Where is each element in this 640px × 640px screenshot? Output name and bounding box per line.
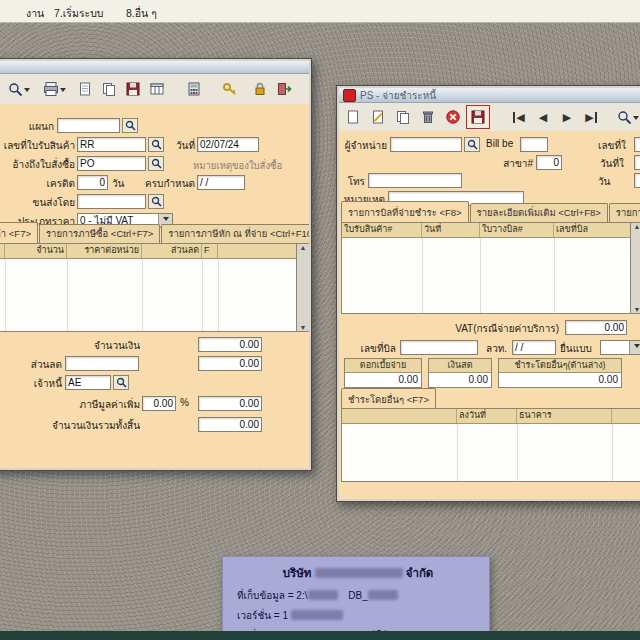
grand-total-label: จำนวนเงินรวมทั้งสิ้น <box>0 418 140 433</box>
efile-select[interactable] <box>600 340 640 355</box>
col-f: F <box>202 244 218 258</box>
exit-button[interactable] <box>272 77 296 101</box>
date-input[interactable]: 02/07/24 <box>197 137 259 152</box>
scroll-up-icon[interactable]: ▲ <box>300 244 307 251</box>
creditor-lookup-button[interactable] <box>113 375 129 390</box>
menu-item-other[interactable]: 8.อื่น ๆ <box>126 5 157 22</box>
bill-no-input[interactable] <box>400 340 478 355</box>
transport-input[interactable] <box>77 194 146 209</box>
nav-first-button[interactable]: ◀ <box>507 105 531 129</box>
branch-input[interactable]: 0 <box>536 155 562 170</box>
tab-other-payments[interactable]: ชำระโดยอื่นๆ <F7> <box>341 388 436 409</box>
scroll-down-icon[interactable]: ▼ <box>634 306 640 313</box>
dept-input[interactable] <box>57 118 120 133</box>
vendor-input[interactable] <box>390 137 462 152</box>
vat-rate-input[interactable]: 0.00 <box>142 396 176 411</box>
other-payments-grid[interactable]: ลงวันที่ ธนาคาร <box>341 408 640 482</box>
discount-value: 0.00 <box>198 356 262 371</box>
company-line: บริษัท จำกัด <box>237 564 479 582</box>
creditor-input[interactable]: AE <box>65 375 111 390</box>
copy-icon <box>101 81 117 97</box>
search-icon <box>125 120 136 131</box>
other-payments-grid-body[interactable] <box>342 424 640 481</box>
scroll-down-icon[interactable]: ▼ <box>300 324 307 331</box>
pay-debt-window: PS - จ่ายชำระหนี้ <box>336 85 640 502</box>
save-button[interactable] <box>466 105 490 129</box>
other-pay-tabs: ชำระโดยอื่นๆ <F7> <box>341 393 437 409</box>
delete-button[interactable] <box>416 105 440 129</box>
save-button[interactable] <box>121 77 145 101</box>
items-grid-body[interactable] <box>0 259 309 331</box>
version-label: เวอร์ชั่น = 1 <box>237 610 288 621</box>
cash-label: เงินสด <box>429 359 491 373</box>
chevron-down-icon[interactable] <box>629 341 640 354</box>
tab-more-details[interactable]: รายละเอียดเพิ่มเติม <Ctrl+F8> <box>470 203 608 222</box>
cancel-button[interactable] <box>441 105 465 129</box>
bills-grid-body[interactable] <box>342 238 640 313</box>
columns-button[interactable] <box>145 77 169 101</box>
duplicate-button[interactable] <box>391 105 415 129</box>
menu-item-report[interactable]: งาน <box>26 5 44 22</box>
transport-lookup-button[interactable] <box>148 194 164 209</box>
key-button[interactable] <box>218 77 242 101</box>
po-ref-lookup-button[interactable] <box>148 156 164 171</box>
branch-label: สาขา# <box>469 156 533 171</box>
po-note-label: หมายเหตุของใบสั่งซื้อ <box>193 158 282 173</box>
new-button[interactable] <box>341 105 365 129</box>
search-button[interactable] <box>612 105 640 129</box>
lock-button[interactable] <box>248 77 272 101</box>
copy-button[interactable] <box>97 77 121 101</box>
new-document-icon <box>345 109 361 125</box>
document-icon <box>77 81 93 97</box>
dept-lookup-button[interactable] <box>122 118 138 133</box>
bills-grid[interactable]: ใบรับสินค้า# วันที่ ใบวางบิล# เลขที่บิล … <box>341 222 640 314</box>
search-icon <box>151 196 162 207</box>
search-icon <box>617 110 632 125</box>
items-grid-scrollbar[interactable]: ▲▼ <box>296 244 309 331</box>
nav-prev-icon: ◀ <box>539 112 547 123</box>
preview-button[interactable] <box>3 77 35 101</box>
credit-unit-label: วัน <box>112 176 124 191</box>
credit-input[interactable]: 0 <box>77 175 108 190</box>
goods-receipt-titlebar[interactable] <box>0 61 309 74</box>
other-payment-value[interactable]: 0.00 <box>499 373 621 387</box>
calculator-button[interactable] <box>182 77 206 101</box>
scroll-up-icon[interactable]: ▲ <box>634 223 640 230</box>
bill-date-input[interactable]: / / <box>512 340 556 355</box>
tab-withholding-tax[interactable]: รายการภาษีหัก ณ ที่จ่าย <Ctrl+F10> <box>161 224 309 243</box>
discount-input[interactable] <box>65 356 139 371</box>
due-date-right-input[interactable] <box>634 173 640 188</box>
doc-no-input[interactable] <box>634 137 640 152</box>
nav-last-icon: ▶ <box>585 112 596 123</box>
tab-purchase-vat[interactable]: รายการภาษีซื้อ <Ctrl+F7> <box>609 203 640 222</box>
interest-box: ดอกเบี้ยจ่าย 0.00 <box>344 358 422 388</box>
vendor-label: ผู้จำหน่าย <box>339 138 387 153</box>
bills-grid-scrollbar[interactable]: ▲▼ <box>630 223 640 313</box>
amount-value: 0.00 <box>198 337 262 352</box>
edit-button[interactable] <box>366 105 390 129</box>
tab-items[interactable]: รายการสินค้า <F7> <box>0 222 38 243</box>
amount-label: จำนวนเงิน <box>0 338 140 353</box>
document-button[interactable] <box>73 77 97 101</box>
exit-icon <box>276 81 292 97</box>
po-ref-input[interactable]: PO <box>77 156 146 171</box>
bill-be-input[interactable] <box>520 137 548 152</box>
transport-label: ขนส่งโดย <box>0 195 75 210</box>
vendor-lookup-button[interactable] <box>464 137 480 152</box>
doc-date-input[interactable] <box>634 155 640 170</box>
items-grid[interactable]: จำนวน ราคาต่อหน่วย ส่วนลด F ▲▼ <box>0 243 309 332</box>
cash-value[interactable]: 0.00 <box>429 373 491 387</box>
tab-purchase-vat[interactable]: รายการภาษีซื้อ <Ctrl+F7> <box>39 224 160 243</box>
print-button[interactable] <box>38 77 70 101</box>
service-vat-input[interactable]: 0.00 <box>565 320 627 335</box>
tab-bills-paid[interactable]: รายการบิลที่จ่ายชำระ <F8> <box>341 201 469 222</box>
menu-item-start-system[interactable]: 7.เริ่มระบบ <box>54 5 104 22</box>
nav-next-button[interactable]: ▶ <box>555 105 579 129</box>
lock-icon <box>252 81 268 97</box>
due-date-input[interactable]: / / <box>197 175 245 190</box>
phone-input[interactable] <box>368 173 462 188</box>
pay-debt-titlebar[interactable]: PS - จ่ายชำระหนี้ <box>339 88 640 103</box>
interest-value[interactable]: 0.00 <box>345 373 421 387</box>
nav-prev-button[interactable]: ◀ <box>531 105 555 129</box>
nav-last-button[interactable]: ▶ <box>579 105 603 129</box>
